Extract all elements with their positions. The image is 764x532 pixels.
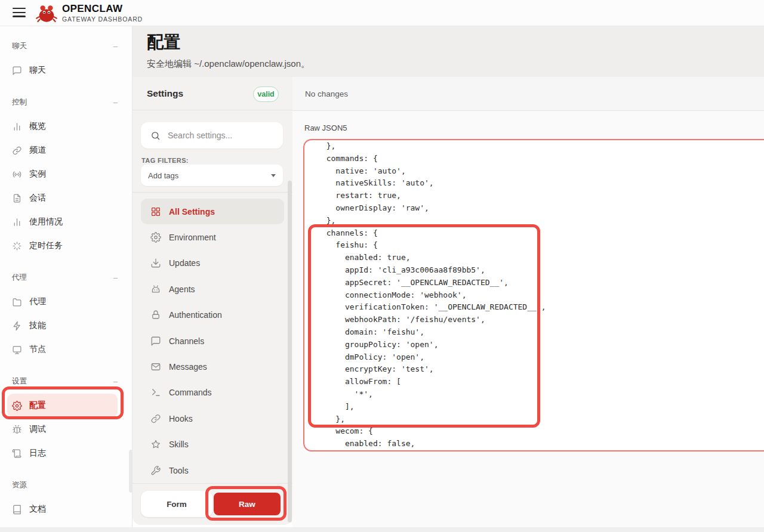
section-label-text: 控制 [12,97,27,107]
sidebar-item-label: 概览 [29,121,46,132]
settings-nav-environment[interactable]: Environment [133,224,292,250]
settings-nav-authentication[interactable]: Authentication [133,302,292,328]
add-tags-select[interactable]: Add tags [141,165,283,186]
settings-nav-label: Hooks [169,414,193,423]
code-line: commands: { [317,153,764,165]
star-icon [150,439,161,450]
app-root: OPENCLAW GATEWAY DASHBOARD 聊天–聊天控制–概览频道实… [0,0,764,532]
code-line: groupPolicy: 'open', [317,339,764,351]
settings-nav-label: Environment [169,233,216,242]
settings-nav-updates[interactable]: Updates [133,250,292,276]
chevron-down-icon [271,174,276,177]
sidebar-item-label: 聊天 [29,65,46,76]
sidebar-item-实例[interactable]: 实例 [0,162,132,186]
sidebar-item-调试[interactable]: 调试 [0,417,132,441]
bug-icon [12,425,22,435]
code-line: '*', [317,388,764,401]
search-icon [150,131,161,141]
settings-nav-label: Messages [169,362,207,372]
sidebar: 聊天–聊天控制–概览频道实例会话使用情况定时任务代理–代理技能节点设置–配置调试… [0,26,133,532]
settings-nav-label: Agents [169,284,195,294]
section-collapse-toggle[interactable]: – [113,98,118,107]
brand-subtitle: GATEWAY DASHBOARD [62,16,143,23]
settings-nav-commands[interactable]: Commands [133,380,292,406]
settings-nav-label: All Settings [169,207,215,216]
section-collapse-toggle[interactable]: – [113,273,118,282]
section-collapse-toggle[interactable]: – [113,377,118,386]
sidebar-item-代理[interactable]: 代理 [0,290,132,314]
code-line: ], [317,401,764,413]
sidebar-item-会话[interactable]: 会话 [0,186,132,210]
code-line: }, [317,413,764,426]
settings-search-box[interactable] [141,122,283,149]
sidebar-item-label: 日志 [29,448,46,459]
monitor-icon [12,345,22,355]
code-line: nativeSkills: 'auto', [317,177,764,190]
settings-nav-hooks[interactable]: Hooks [133,406,292,431]
brand-title: OPENCLAW [62,3,143,15]
sidebar-item-label: 频道 [29,145,46,156]
section-label-text: 设置 [12,376,27,386]
settings-nav-skills[interactable]: Skills [133,432,292,457]
settings-nav-agents[interactable]: Agents [133,276,292,302]
chat-icon [12,66,22,76]
form-view-button[interactable]: Form [141,491,212,517]
book-icon [12,505,22,515]
sidebar-section-label: 资源 [0,478,132,491]
section-label-text: 资源 [12,480,27,490]
sidebar-item-文档[interactable]: 文档 [0,497,132,521]
file-icon [12,193,22,203]
section-label-text: 代理 [12,273,27,283]
section-collapse-toggle[interactable]: – [113,42,118,51]
sidebar-item-定时任务[interactable]: 定时任务 [0,234,132,258]
sidebar-item-配置[interactable]: 配置 [7,394,118,417]
bar-chart-icon [12,122,22,132]
sidebar-item-日志[interactable]: 日志 [0,441,132,465]
code-line: enabled: false, [317,438,764,450]
link-icon [150,413,161,424]
code-line: dmPolicy: 'open', [317,351,764,364]
sidebar-item-聊天[interactable]: 聊天 [0,58,132,82]
robot-icon [150,284,161,295]
code-line: connectionMode: 'webhook', [317,289,764,302]
sidebar-item-技能[interactable]: 技能 [0,314,132,338]
gear-icon [150,232,161,243]
settings-nav-channels[interactable]: Channels [133,328,292,354]
settings-nav-label: Skills [169,440,189,449]
sidebar-item-label: 使用情况 [29,216,63,227]
horizontal-scrollbar-track[interactable] [0,527,764,532]
settings-nav-label: Commands [169,388,212,397]
changes-status-text: No changes [305,89,348,98]
sidebar-item-概览[interactable]: 概览 [0,115,132,138]
sidebar-item-节点[interactable]: 节点 [0,338,132,361]
sidebar-section-label: 控制– [0,95,132,109]
sidebar-section-label: 代理– [0,271,132,284]
mail-icon [150,361,161,372]
settings-nav-label: Updates [169,258,200,268]
grid-icon [150,206,161,217]
settings-nav-all-settings[interactable]: All Settings [141,199,284,224]
code-line: allowFrom: [ [317,376,764,388]
raw-view-button[interactable]: Raw [214,493,281,515]
settings-nav-tools[interactable]: Tools [133,457,292,483]
code-line: enabled: true, [317,252,764,264]
settings-panel-header: Settings valid [133,77,292,110]
divider [133,483,292,484]
content-row: Settings valid TAG FILTERS: Add tags All… [133,77,764,532]
loader-icon [12,241,22,251]
bar-chart-icon [12,217,22,227]
json5-code-editor[interactable]: }, commands: { native: 'auto', nativeSki… [303,139,764,451]
sidebar-item-使用情况[interactable]: 使用情况 [0,210,132,234]
settings-scrollbar-thumb[interactable] [288,181,292,522]
sidebar-item-label: 调试 [29,424,46,435]
settings-nav-messages[interactable]: Messages [133,354,292,379]
gear-icon [12,401,22,411]
sidebar-item-label: 节点 [29,344,46,355]
code-line: webhookPath: '/feishu/events', [317,314,764,326]
hamburger-menu-icon[interactable] [13,8,26,18]
settings-panel-title: Settings [147,88,183,99]
sidebar-section-label: 设置– [0,375,132,388]
sidebar-item-频道[interactable]: 频道 [0,138,132,162]
search-input[interactable] [168,131,276,140]
sidebar-item-label: 会话 [29,193,46,203]
